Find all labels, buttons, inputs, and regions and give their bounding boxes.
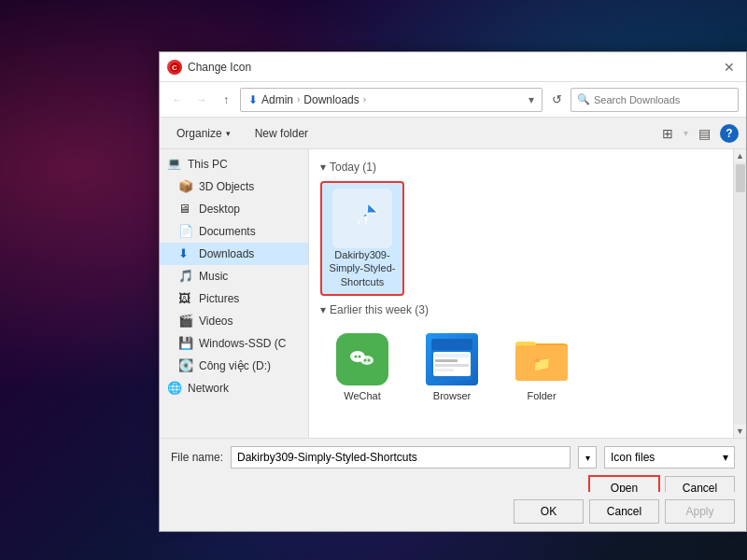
organize-chevron: ▾ [226,129,231,138]
new-folder-button[interactable]: New folder [246,121,317,146]
sidebar-label-cong-viec: Công việc (D:) [199,359,271,372]
videos-icon: 🎬 [178,314,193,329]
file-browser-label: Browser [433,389,471,402]
sidebar-item-videos[interactable]: 🎬 Videos [160,310,308,332]
pictures-icon: 🖼 [178,291,193,306]
help-button[interactable]: ? [720,124,739,143]
folder-icon: 📁 [512,329,571,389]
title-bar: C Change Icon ✕ [160,52,746,82]
sidebar-item-windows-ssd[interactable]: 💾 Windows-SSD (C [160,332,308,355]
wechat-icon-shape [336,333,388,385]
scroll-up-arrow[interactable]: ▲ [734,149,747,162]
svg-rect-12 [435,359,458,362]
file-browser[interactable]: Browser [410,324,494,408]
up-button[interactable]: ↑ [216,90,236,110]
breadcrumb-part2: Downloads [303,93,359,106]
change-icon-dialog: C Change Icon ✕ ← → ↑ ⬇ Admin › Download… [159,51,747,509]
file-folder-label: Folder [527,389,556,402]
shortcut-icon-bg [332,189,392,248]
sidebar-item-network[interactable]: 🌐 Network [160,377,308,399]
file-area: ▾ Today (1) [309,149,733,438]
this-pc-icon: 💻 [167,157,182,172]
dialog-title: Change Icon [188,61,720,74]
filetype-select[interactable]: Icon files ▾ [604,446,735,469]
sidebar-item-downloads[interactable]: ⬇ Downloads [160,243,308,265]
search-box: 🔍 [571,88,739,112]
search-input[interactable] [594,94,732,105]
network-icon: 🌐 [167,381,182,396]
organize-label: Organize [176,127,222,140]
sidebar: 💻 This PC 📦 3D Objects 🖥 Desktop 📄 Docum… [160,149,309,438]
section-today-label: Today (1) [330,161,376,174]
shortcut-arrow-icon [342,198,383,239]
refresh-button[interactable]: ↺ [546,90,567,110]
filename-row: File name: ▾ Icon files ▾ [171,446,735,469]
svg-rect-9 [431,339,472,350]
search-icon: 🔍 [577,93,590,105]
section-today-header[interactable]: ▾ Today (1) [313,157,729,177]
sidebar-item-cong-viec[interactable]: 💽 Công việc (D:) [160,355,308,377]
desktop-icon: 🖥 [178,202,193,217]
today-files-grid: Dakirby309-Simply-Styled-Shortcuts [313,177,729,300]
documents-icon: 📄 [178,224,193,239]
close-button[interactable]: ✕ [720,58,739,77]
file-area-scrollbar[interactable]: ▲ ▼ [733,149,746,438]
dialog-icon: C [167,60,182,75]
sidebar-label-windows-ssd: Windows-SSD (C [199,337,286,350]
apply-button[interactable]: Apply [665,499,735,524]
filename-dropdown-arrow[interactable]: ▾ [578,446,597,469]
sidebar-label-this-pc: This PC [188,158,228,171]
forward-button[interactable]: → [191,90,212,110]
sidebar-item-desktop[interactable]: 🖥 Desktop [160,198,308,220]
section-earlier-header[interactable]: ▾ Earlier this week (3) [313,300,729,320]
svg-text:📁: 📁 [532,355,551,372]
browser-icon-shape [426,333,478,385]
sidebar-label-downloads: Downloads [199,247,254,260]
organize-button[interactable]: Organize ▾ [167,121,240,146]
view-toggle-button[interactable]: ⊞ [655,121,680,146]
new-folder-label: New folder [255,127,308,140]
sidebar-item-pictures[interactable]: 🖼 Pictures [160,287,308,310]
filetype-chevron: ▾ [723,451,728,464]
sidebar-item-this-pc[interactable]: 💻 This PC [160,153,308,175]
section-earlier-label: Earlier this week (3) [330,303,429,316]
cancel-bottom-button[interactable]: Cancel [589,499,659,524]
help-icon: ? [726,127,732,140]
svg-text:C: C [172,63,177,72]
breadcrumb-dropdown[interactable]: ▾ [529,93,534,106]
content-area: 💻 This PC 📦 3D Objects 🖥 Desktop 📄 Docum… [160,149,746,438]
scroll-down-arrow[interactable]: ▼ [734,425,747,438]
back-button[interactable]: ← [167,90,188,110]
wechat-icon [332,329,392,389]
file-dakirby-shortcut[interactable]: Dakirby309-Simply-Styled-Shortcuts [320,181,404,296]
file-dakirby-label: Dakirby309-Simply-Styled-Shortcuts [326,248,399,288]
sidebar-label-desktop: Desktop [199,203,240,216]
sidebar-item-3d-objects[interactable]: 📦 3D Objects [160,175,308,198]
panel-button[interactable]: ▤ [692,121,716,146]
svg-rect-13 [435,364,469,367]
breadcrumb-chevron1: › [297,94,300,105]
breadcrumb-icon: ⬇ [248,93,258,106]
file-wechat[interactable]: WeChat [320,324,404,408]
sidebar-label-pictures: Pictures [199,292,239,305]
breadcrumb-chevron2: › [363,94,366,105]
sidebar-label-documents: Documents [199,225,256,238]
svg-point-3 [360,356,374,365]
sidebar-item-documents[interactable]: 📄 Documents [160,220,308,243]
panel-icon: ▤ [698,126,711,141]
cong-viec-icon: 💽 [178,358,193,373]
sidebar-label-network: Network [188,382,229,395]
folder-icon-shape: 📁 [515,336,568,383]
file-folder[interactable]: 📁 Folder [500,324,584,408]
sidebar-item-music[interactable]: 🎵 Music [160,265,308,287]
scroll-track [734,162,747,425]
address-bar: ← → ↑ ⬇ Admin › Downloads › ▾ ↺ 🔍 [160,82,746,118]
scroll-thumb[interactable] [736,164,745,192]
svg-rect-11 [435,354,469,357]
view-icon: ⊞ [662,126,673,141]
windows-ssd-icon: 💾 [178,336,193,351]
filename-input[interactable] [231,446,571,469]
ok-button[interactable]: OK [514,499,584,524]
svg-point-5 [359,355,361,357]
section-earlier-chevron: ▾ [320,303,326,316]
